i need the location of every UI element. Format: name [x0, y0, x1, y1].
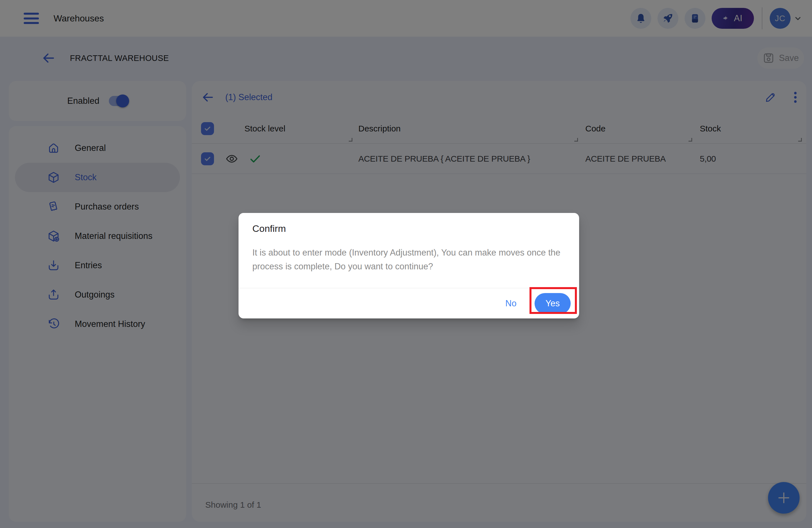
confirm-dialog: Confirm It is about to enter mode (Inven…	[238, 213, 579, 318]
dialog-message: It is about to enter mode (Inventory Adj…	[252, 246, 569, 273]
dialog-actions: No Yes	[238, 288, 579, 318]
dialog-title: Confirm	[252, 223, 286, 234]
no-button[interactable]: No	[505, 298, 517, 309]
yes-button[interactable]: Yes	[535, 293, 571, 314]
